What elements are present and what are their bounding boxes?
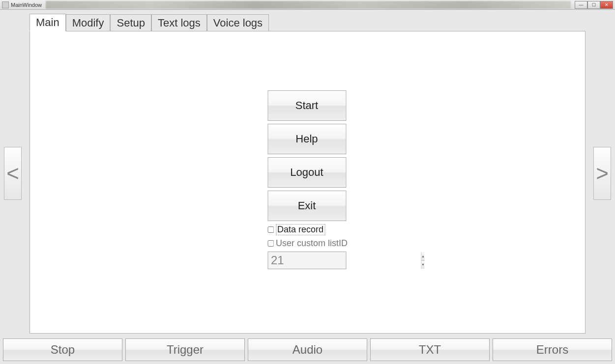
content-row: < Main Modify Setup Text logs Voice logs…: [0, 10, 615, 336]
user-custom-listid-label: User custom listID: [276, 238, 348, 249]
data-record-checkbox-row[interactable]: Data record: [267, 224, 325, 235]
window-title: MainWindow: [11, 2, 42, 8]
titlebar: MainWindow — ☐ ✕: [0, 0, 615, 10]
titlebar-background: [46, 1, 571, 9]
minimize-button[interactable]: —: [575, 1, 587, 9]
window-controls: — ☐ ✕: [575, 1, 613, 9]
prev-page-button[interactable]: <: [4, 147, 22, 200]
spinner-buttons: ▲ ▼: [421, 252, 425, 269]
spinner-up-button[interactable]: ▲: [421, 252, 425, 261]
start-button[interactable]: Start: [267, 90, 346, 121]
bottom-toolbar: Stop Trigger Audio TXT Errors: [0, 336, 615, 364]
stop-button[interactable]: Stop: [3, 338, 122, 361]
chevron-right-icon: >: [596, 161, 609, 186]
trigger-button[interactable]: Trigger: [125, 338, 245, 361]
maximize-button[interactable]: ☐: [587, 1, 600, 9]
data-record-label: Data record: [276, 224, 325, 235]
tab-setup[interactable]: Setup: [110, 14, 151, 31]
tab-modify[interactable]: Modify: [66, 14, 111, 31]
close-button[interactable]: ✕: [600, 1, 613, 9]
tab-text-logs[interactable]: Text logs: [151, 14, 207, 31]
tab-content-main: Start Help Logout Exit Data record User …: [29, 31, 586, 334]
exit-button[interactable]: Exit: [267, 191, 346, 221]
user-custom-listid-checkbox-row[interactable]: User custom listID: [267, 238, 348, 249]
help-button[interactable]: Help: [267, 124, 346, 154]
user-custom-listid-checkbox[interactable]: [267, 240, 274, 247]
data-record-checkbox[interactable]: [267, 226, 274, 233]
center-column: Start Help Logout Exit Data record User …: [267, 90, 348, 269]
listid-spinner[interactable]: ▲ ▼: [267, 252, 346, 269]
logout-button[interactable]: Logout: [267, 157, 346, 188]
body-area: < Main Modify Setup Text logs Voice logs…: [0, 10, 615, 364]
next-page-button[interactable]: >: [593, 147, 611, 200]
chevron-left-icon: <: [6, 161, 19, 186]
spinner-down-button[interactable]: ▼: [421, 261, 425, 269]
tabs-header: Main Modify Setup Text logs Voice logs: [29, 15, 586, 31]
tab-panel: Main Modify Setup Text logs Voice logs S…: [29, 15, 586, 334]
app-icon: [2, 1, 9, 8]
tab-voice-logs[interactable]: Voice logs: [207, 14, 269, 31]
errors-button[interactable]: Errors: [493, 338, 612, 361]
audio-button[interactable]: Audio: [248, 338, 367, 361]
tab-main[interactable]: Main: [29, 14, 66, 31]
listid-input[interactable]: [268, 252, 421, 269]
txt-button[interactable]: TXT: [370, 338, 490, 361]
